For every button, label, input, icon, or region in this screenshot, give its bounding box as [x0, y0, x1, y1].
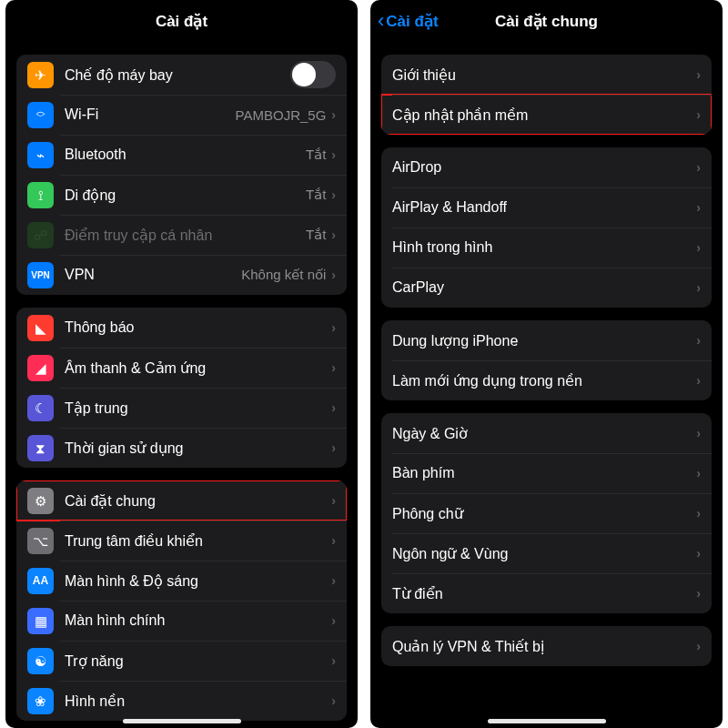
airplane-toggle[interactable]: [290, 61, 336, 88]
row-value: Tắt: [306, 147, 326, 163]
chevron-right-icon: ›: [696, 373, 701, 388]
gear-icon: ⚙: [27, 488, 54, 514]
row-label: Từ điển: [392, 585, 696, 602]
row-value: PAMBOJR_5G: [236, 107, 327, 123]
chevron-right-icon: ›: [696, 200, 701, 215]
titlebar: Cài đặt: [5, 0, 358, 42]
row-controlcenter[interactable]: ⌥ Trung tâm điều khiển ›: [16, 521, 347, 561]
row-label: CarPlay: [392, 279, 696, 296]
row-label: Màn hình chính: [65, 612, 331, 629]
row-label: AirPlay & Handoff: [392, 199, 696, 216]
row-label: Ngôn ngữ & Vùng: [392, 545, 696, 562]
row-general[interactable]: ⚙ Cài đặt chung ›: [16, 480, 347, 521]
chevron-right-icon: ›: [331, 360, 336, 375]
group-connectivity: ✈ Chế độ máy bay ⌔ Wi-Fi PAMBOJR_5G › ⌁ …: [16, 55, 347, 295]
row-label: Cài đặt chung: [65, 492, 331, 510]
chevron-right-icon: ›: [696, 280, 701, 295]
row-label: Chế độ máy bay: [65, 66, 290, 84]
row-label: Trợ năng: [65, 652, 331, 670]
row-label: Ngày & Giờ: [392, 425, 696, 442]
hotspot-icon: ☍: [27, 222, 54, 248]
chevron-right-icon: ›: [696, 586, 701, 601]
row-vpnmgmt[interactable]: Quản lý VPN & Thiết bị ›: [381, 626, 712, 666]
back-label: Cài đặt: [386, 12, 438, 31]
row-language[interactable]: Ngôn ngữ & Vùng ›: [381, 533, 712, 573]
row-label: Di động: [65, 187, 306, 204]
chevron-right-icon: ›: [331, 653, 336, 668]
page-title: Cài đặt: [156, 12, 207, 31]
chevron-right-icon: ›: [331, 493, 336, 508]
row-focus[interactable]: ☾ Tập trung ›: [16, 388, 347, 428]
row-bgrefresh[interactable]: Làm mới ứng dụng trong nền ›: [381, 360, 712, 400]
home-indicator[interactable]: [488, 719, 606, 723]
settings-scroll[interactable]: ✈ Chế độ máy bay ⌔ Wi-Fi PAMBOJR_5G › ⌁ …: [5, 42, 358, 728]
antenna-icon: ⟟: [27, 182, 54, 208]
row-airdrop[interactable]: AirDrop ›: [381, 147, 712, 187]
row-cellular[interactable]: ⟟ Di động Tắt ›: [16, 175, 347, 215]
row-label: Màn hình & Độ sáng: [65, 572, 331, 590]
row-software-update[interactable]: Cập nhật phần mềm ›: [381, 95, 712, 135]
wifi-icon: ⌔: [27, 102, 54, 128]
chevron-right-icon: ›: [331, 320, 336, 335]
row-value: Tắt: [306, 187, 326, 203]
row-carplay[interactable]: CarPlay ›: [381, 268, 712, 308]
row-about[interactable]: Giới thiệu ›: [381, 55, 712, 95]
row-label: Cập nhật phần mềm: [392, 106, 696, 124]
row-label: Tập trung: [65, 399, 331, 417]
row-airplay[interactable]: AirPlay & Handoff ›: [381, 187, 712, 228]
group-alerts: ◣ Thông báo › ◢ Âm thanh & Cảm ứng › ☾ T…: [16, 308, 347, 468]
back-button[interactable]: ‹ Cài đặt: [378, 0, 439, 42]
home-indicator[interactable]: [123, 719, 241, 723]
row-label: Trung tâm điều khiển: [65, 532, 331, 550]
row-bluetooth[interactable]: ⌁ Bluetooth Tắt ›: [16, 135, 347, 175]
row-label: VPN: [65, 267, 241, 283]
row-keyboard[interactable]: Bàn phím ›: [381, 453, 712, 493]
row-label: Thông báo: [65, 319, 331, 336]
chevron-right-icon: ›: [696, 639, 701, 653]
chevron-right-icon: ›: [331, 187, 336, 202]
row-label: Bluetooth: [65, 147, 306, 163]
row-value: Tắt: [306, 227, 326, 243]
row-hotspot[interactable]: ☍ Điểm truy cập cá nhân Tắt ›: [16, 215, 347, 255]
row-dictionary[interactable]: Từ điển ›: [381, 573, 712, 613]
chevron-right-icon: ›: [331, 440, 336, 455]
row-datetime[interactable]: Ngày & Giờ ›: [381, 413, 712, 453]
row-label: AirDrop: [392, 159, 696, 176]
row-screentime[interactable]: ⧗ Thời gian sử dụng ›: [16, 428, 347, 468]
row-wallpaper[interactable]: ❀ Hình nền ›: [16, 681, 347, 721]
textsize-icon: AA: [27, 568, 54, 594]
chevron-right-icon: ›: [331, 147, 336, 162]
group-vpn: Quản lý VPN & Thiết bị ›: [381, 626, 712, 666]
screenshot-pair: Cài đặt ✈ Chế độ máy bay ⌔ Wi-Fi PAMBOJR…: [0, 0, 728, 728]
row-notifications[interactable]: ◣ Thông báo ›: [16, 308, 347, 348]
phone-general: ‹ Cài đặt Cài đặt chung Giới thiệu › Cập…: [370, 0, 723, 728]
row-pip[interactable]: Hình trong hình ›: [381, 228, 712, 268]
sliders-icon: ⌥: [27, 528, 54, 554]
chevron-right-icon: ›: [331, 573, 336, 588]
titlebar: ‹ Cài đặt Cài đặt chung: [370, 0, 723, 42]
row-accessibility[interactable]: ☯ Trợ năng ›: [16, 641, 347, 681]
row-label: Giới thiệu: [392, 66, 696, 84]
general-scroll[interactable]: Giới thiệu › Cập nhật phần mềm › AirDrop…: [370, 42, 723, 728]
bell-icon: ◣: [27, 315, 54, 341]
bluetooth-icon: ⌁: [27, 142, 54, 168]
row-homescreen[interactable]: ▦ Màn hình chính ›: [16, 601, 347, 641]
hourglass-icon: ⧗: [27, 435, 54, 461]
toggle-knob: [292, 63, 316, 86]
row-vpn[interactable]: VPN VPN Không kết nối ›: [16, 255, 347, 295]
row-label: Quản lý VPN & Thiết bị: [392, 638, 696, 655]
row-storage[interactable]: Dung lượng iPhone ›: [381, 320, 712, 360]
row-value: Không kết nối: [241, 267, 326, 283]
moon-icon: ☾: [27, 395, 54, 421]
row-airplane[interactable]: ✈ Chế độ máy bay: [16, 55, 347, 95]
chevron-right-icon: ›: [696, 160, 701, 175]
row-label: Âm thanh & Cảm ứng: [65, 359, 331, 377]
row-wifi[interactable]: ⌔ Wi-Fi PAMBOJR_5G ›: [16, 95, 347, 135]
phone-settings: Cài đặt ✈ Chế độ máy bay ⌔ Wi-Fi PAMBOJR…: [5, 0, 358, 728]
row-fonts[interactable]: Phông chữ ›: [381, 493, 712, 533]
row-sounds[interactable]: ◢ Âm thanh & Cảm ứng ›: [16, 348, 347, 388]
row-label: Phông chữ: [392, 505, 696, 522]
group-storage: Dung lượng iPhone › Làm mới ứng dụng tro…: [381, 320, 712, 400]
row-display[interactable]: AA Màn hình & Độ sáng ›: [16, 561, 347, 601]
row-label: Hình trong hình: [392, 239, 696, 256]
